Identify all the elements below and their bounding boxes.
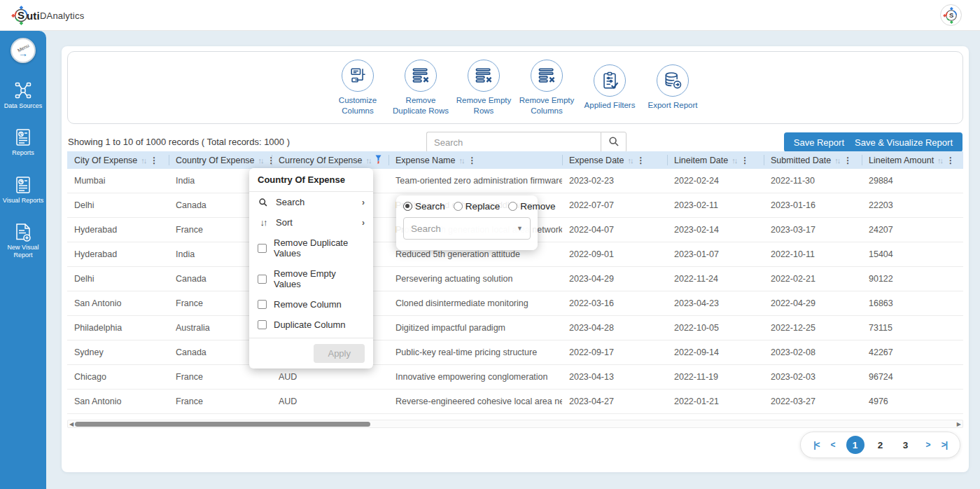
menu-item-remove-duplicate-values[interactable]: Remove Duplicate Values xyxy=(249,233,373,263)
toolbar-action-remove-empty-columns[interactable]: Remove Empty Columns xyxy=(517,60,576,116)
menu-item-remove-empty-values[interactable]: Remove Empty Values xyxy=(249,263,373,294)
radio-icon[interactable] xyxy=(508,202,517,211)
table-cell: Public-key real-time pricing structure xyxy=(388,340,562,364)
search-value-dropdown[interactable]: Search ▼ xyxy=(403,217,531,240)
profile-avatar[interactable]: S xyxy=(940,4,962,26)
radio-option-replace[interactable]: Replace xyxy=(454,201,500,212)
sort-updown-icon[interactable]: ↑↓ xyxy=(732,156,736,165)
sidebar-item-reports[interactable]: Reports xyxy=(2,128,44,157)
column-header-currency-of-expense: Currency Of Expense↑↓ xyxy=(272,151,388,169)
sort-updown-icon[interactable]: ↑↓ xyxy=(937,156,942,165)
remove-duplicate-rows-icon xyxy=(405,60,437,92)
page-button-3[interactable]: 3 xyxy=(897,436,915,454)
scroll-right-icon[interactable]: ▶ xyxy=(957,421,961,427)
table-cell: 2023-02-14 xyxy=(667,218,764,242)
table-cell: San Antonio xyxy=(67,390,169,413)
horizontal-scrollbar[interactable]: ◀ ▶ xyxy=(67,420,963,428)
table-cell: Philadelphia xyxy=(67,316,169,340)
sort-updown-icon[interactable]: ↑↓ xyxy=(834,156,839,165)
radio-option-remove[interactable]: Remove xyxy=(508,201,555,212)
table-row[interactable]: DelhiCanadaPersevering actuating solutio… xyxy=(67,267,963,291)
checkbox-icon[interactable] xyxy=(258,244,267,253)
scrollbar-thumb[interactable] xyxy=(75,422,370,427)
reports-icon xyxy=(15,128,31,146)
toolbar-action-remove-empty-rows[interactable]: Remove Empty Rows xyxy=(454,60,513,116)
toolbar-action-customize-columns[interactable]: Customize Columns xyxy=(328,60,387,116)
menu-item-sort[interactable]: ↓↑ Sort › xyxy=(249,212,373,233)
sort-updown-icon[interactable]: ↑↓ xyxy=(366,156,371,165)
kebab-icon[interactable]: ⋮ xyxy=(741,156,749,165)
dropdown-placeholder: Search xyxy=(411,223,441,234)
sidebar-item-new-visual-report[interactable]: New Visual Report xyxy=(2,223,44,260)
sort-updown-icon[interactable]: ↑↓ xyxy=(628,156,633,165)
table-cell: 2022-03-27 xyxy=(764,390,862,413)
menu-item-label: Sort xyxy=(276,217,293,228)
table-cell: 2022-09-17 xyxy=(562,340,667,364)
table-row[interactable]: MumbaiIndiaTeam-oriented zero administra… xyxy=(67,169,963,193)
scroll-left-icon[interactable]: ◀ xyxy=(69,421,74,427)
table-cell: Hyderabad xyxy=(67,242,169,266)
kebab-icon[interactable]: ⋮ xyxy=(946,156,955,165)
sort-updown-icon[interactable]: ↑↓ xyxy=(458,156,463,165)
column-header-expense-name: Expense Name↑↓⋮ xyxy=(388,151,562,169)
column-header-label: Lineitem Amount xyxy=(869,156,934,165)
search-button[interactable] xyxy=(601,132,626,153)
checkbox-icon[interactable] xyxy=(258,320,267,329)
radio-option-search[interactable]: Search xyxy=(403,201,445,212)
table-cell: 90122 xyxy=(862,267,963,291)
prev-page-button[interactable]: < xyxy=(831,440,835,450)
table-cell: 2023-02-11 xyxy=(667,193,764,217)
filter-active-icon[interactable] xyxy=(375,155,382,166)
table-cell: Sydney xyxy=(67,340,169,364)
table-cell: 4976 xyxy=(862,390,963,413)
toolbar-action-remove-duplicate-rows[interactable]: Remove Duplicate Rows xyxy=(391,60,450,116)
menu-button[interactable]: Menu → xyxy=(10,38,36,63)
table-row[interactable]: San AntonioFranceAUDReverse-engineered c… xyxy=(67,390,963,414)
kebab-icon[interactable]: ⋮ xyxy=(844,156,852,165)
table-cell: 2022-11-24 xyxy=(667,267,764,291)
table-row[interactable]: ChicagoFranceAUDInnovative empowering co… xyxy=(67,365,963,390)
last-page-button[interactable]: >| xyxy=(941,440,947,450)
first-page-button[interactable]: |< xyxy=(813,440,819,450)
table-row[interactable]: SydneyCanadaAUDPublic-key real-time pric… xyxy=(67,340,963,365)
app-page: S uti DAnalytics S Menu xyxy=(0,0,980,489)
table-cell: 2022-01-21 xyxy=(667,390,764,413)
radio-icon[interactable] xyxy=(454,202,463,211)
menu-item-duplicate-column[interactable]: Duplicate Column xyxy=(249,315,373,335)
table-row[interactable]: San AntonioFranceCloned disintermediate … xyxy=(67,291,963,316)
column-header-label: City Of Expense xyxy=(74,156,137,165)
sort-updown-icon[interactable]: ↑↓ xyxy=(258,156,263,165)
search-input[interactable] xyxy=(426,132,601,153)
page-button-1[interactable]: 1 xyxy=(846,436,864,454)
kebab-icon[interactable]: ⋮ xyxy=(468,156,476,165)
page-button-2[interactable]: 2 xyxy=(872,436,890,454)
toolbar-action-label: Export Report xyxy=(648,100,698,111)
menu-item-remove-column[interactable]: Remove Column xyxy=(249,294,373,315)
checkbox-icon[interactable] xyxy=(258,275,267,284)
sidebar-item-data-sources[interactable]: Data Sources xyxy=(2,81,44,110)
toolbar-action-export-report[interactable]: Export Report xyxy=(643,64,702,111)
menu-item-label: Search xyxy=(276,197,304,207)
table-cell: Delhi xyxy=(67,267,169,291)
save-visualize-report-button[interactable]: Save & Visualize Report xyxy=(845,132,962,152)
table-cell: 2023-04-28 xyxy=(562,316,667,340)
search-icon xyxy=(608,136,620,149)
toolbar-action-label: Remove Duplicate Rows xyxy=(391,95,450,116)
next-page-button[interactable]: > xyxy=(926,440,930,450)
table-cell: AUD xyxy=(272,365,388,389)
sidebar-item-visual-reports[interactable]: Visual Reports xyxy=(2,176,44,205)
menu-item-search[interactable]: Search › xyxy=(249,192,373,212)
menu-checkbox-items: Remove Duplicate ValuesRemove Empty Valu… xyxy=(249,233,373,335)
kebab-icon[interactable]: ⋮ xyxy=(150,156,158,165)
column-header-label: Expense Name xyxy=(396,156,455,165)
kebab-icon[interactable]: ⋮ xyxy=(637,156,645,165)
radio-icon[interactable] xyxy=(403,202,412,211)
table-cell: Reverse-engineered cohesive local area n… xyxy=(388,390,562,413)
save-report-button[interactable]: Save Report xyxy=(784,132,854,152)
table-row[interactable]: PhiladelphiaAustraliaDigitized impactful… xyxy=(67,316,963,340)
checkbox-icon[interactable] xyxy=(258,300,267,309)
apply-button[interactable]: Apply xyxy=(314,344,365,363)
sort-updown-icon[interactable]: ↑↓ xyxy=(141,156,146,165)
toolbar-action-applied-filters[interactable]: Applied Filters xyxy=(580,64,639,111)
table-cell: 2023-02-08 xyxy=(764,340,862,364)
